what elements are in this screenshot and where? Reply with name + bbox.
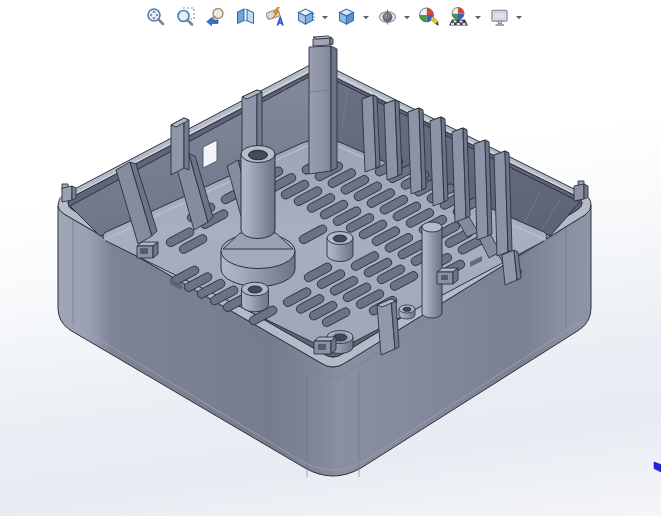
previous-view-icon [205, 6, 226, 27]
edit-appearance-icon [418, 6, 439, 27]
apply-scene-button[interactable] [446, 4, 470, 30]
central-boss-hole [249, 150, 268, 160]
zoom-to-fit-button[interactable] [143, 4, 167, 30]
zoom-to-fit-icon [145, 6, 166, 27]
hide-show-items-button[interactable] [375, 4, 399, 30]
hide-show-items-icon [377, 6, 398, 27]
display-style-icon [336, 6, 357, 27]
dynamic-annotation-views-icon [265, 6, 286, 27]
model-part[interactable] [58, 36, 591, 477]
screw-boss-left [242, 282, 269, 312]
apply-scene-icon [448, 6, 469, 27]
hide-show-items-dropdown-arrow[interactable] [402, 4, 411, 30]
view-orientation-button[interactable] [293, 4, 317, 30]
section-view-icon [235, 6, 256, 27]
center-tall-post [309, 36, 337, 174]
edit-appearance-button[interactable] [416, 4, 440, 30]
screw-boss-right [327, 232, 353, 262]
zoom-to-area-button[interactable] [173, 4, 197, 30]
model-viewport[interactable] [0, 0, 661, 516]
section-view-button[interactable] [233, 4, 257, 30]
zoom-to-area-icon [175, 6, 196, 27]
view-settings-button[interactable] [487, 4, 511, 30]
view-orientation-dropdown-arrow[interactable] [320, 4, 329, 30]
apply-scene-dropdown-arrow[interactable] [473, 4, 482, 30]
previous-view-button[interactable] [203, 4, 227, 30]
triad-axis-fragment [654, 462, 661, 472]
display-style-button[interactable] [334, 4, 358, 30]
low-boss-right [399, 305, 415, 319]
view-orientation-icon [295, 6, 316, 27]
view-settings-dropdown-arrow[interactable] [514, 4, 523, 30]
dynamic-annotation-views-button[interactable] [263, 4, 287, 30]
heads-up-view-toolbar [140, 3, 525, 30]
viewport-stage [0, 0, 661, 516]
view-settings-icon [489, 6, 510, 27]
display-style-dropdown-arrow[interactable] [361, 4, 370, 30]
